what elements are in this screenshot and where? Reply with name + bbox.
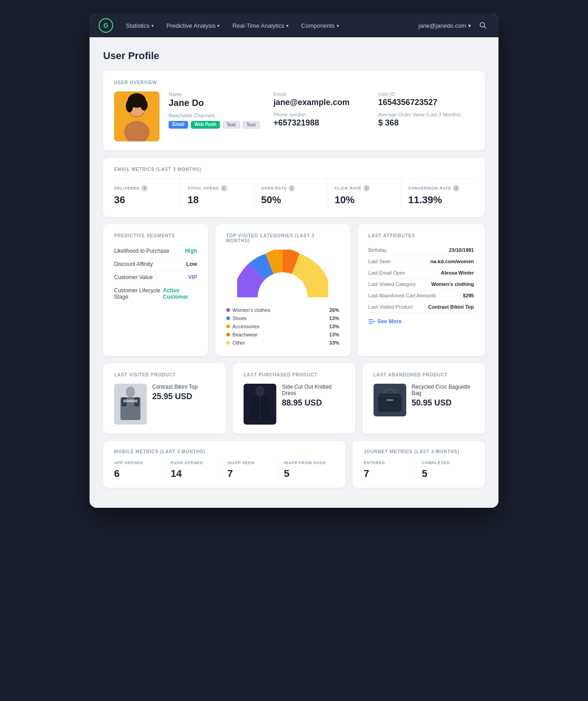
mobile-metric-inapp-seen: INAPP SEEN 7 [227,461,279,480]
app-window: G Statistics ▾ Predictive Analysis ▾ Rea… [90,14,498,508]
product-image-purchased [244,384,276,425]
aov-label: Average Order Value (Last 3 Months) [378,112,474,117]
chevron-down-icon: ▾ [151,23,154,28]
attr-row-2: Last Seen na-kd.com/women [369,256,474,267]
legend-row-1: Women's clothes 26% [226,306,339,314]
donut-chart [226,250,339,300]
abandoned-product-price: 50.95 USD [412,398,474,408]
main-content: User Profile USER OVERVIEW [90,37,498,508]
user-info-cols: Name Jane Do Reachable Channels Email We… [169,91,474,132]
metric-conversion-rate-label: CONVERSION RATE i [408,185,467,191]
journey-metrics-row: ENTERED 7 COMPLETED 5 [364,461,474,480]
svg-point-7 [140,100,148,110]
legend-row-3: Accessories 13% [226,322,339,330]
nav-statistics[interactable]: Statistics ▾ [120,20,159,32]
email-label: Email [274,91,369,97]
user-info-col-2: Email jane@example.com Phone number +657… [274,91,369,132]
tag-webpush: Web Push [191,121,220,129]
attr-row-6: Last Visited Product Contrast Bikini Top [369,301,474,313]
metric-click-rate-value: 10% [334,194,393,206]
metric-total-opens: TOTAL OPENS i 18 [188,179,254,208]
mobile-metrics-card: MOBILE METRICS (LAST 3 MONTHS) APP OPENE… [103,441,345,488]
journey-metric-entered: ENTERED 7 [364,461,416,480]
chevron-down-icon: ▾ [337,23,339,28]
product-image-visited [114,384,147,425]
attr-row-4: Last Visited Category Women's clothing [369,279,474,290]
legend-row-4: Beachwear 13% [226,330,339,339]
user-overview-grid: Name Jane Do Reachable Channels Email We… [114,91,474,141]
purchased-product-price: 88.95 USD [282,398,344,408]
push-opened-value: 14 [171,468,216,480]
metric-delivered-value: 36 [114,194,173,206]
tag-text-1: Text [223,121,240,129]
user-id-label: User ID [378,91,474,97]
info-icon[interactable]: i [289,185,295,191]
mobile-metrics-row: APP OPENED 6 PUSH OPENED 14 INAPP SEEN [114,461,334,480]
metric-click-rate: CLICK RATE i 10% [334,179,401,208]
tag-text-2: Text [243,121,260,129]
metric-click-rate-label: CLICK RATE i [334,185,393,191]
svg-point-16 [126,386,135,397]
last-purchased-label: LAST PURCHASED PRODUCT [244,372,344,377]
segment-row-2: Discount Affinity Low [114,258,197,271]
tag-email: Email [169,121,188,129]
user-name: Jane Do [169,98,264,108]
mobile-metric-push-opened: PUSH OPENED 14 [171,461,222,480]
info-icon[interactable]: i [141,185,148,191]
info-icon[interactable]: i [221,185,227,191]
segment-row-4: Customer Lifecycle Stage Active Customer [114,284,197,303]
user-info-col-3: User ID 1654356723527 Average Order Valu… [378,91,474,132]
svg-point-22 [255,386,264,396]
user-overview-label: USER OVERVIEW [114,80,474,85]
mobile-metric-app-opened: APP OPENED 6 [114,461,165,480]
metric-open-rate-value: 50% [261,194,320,206]
avatar [114,91,159,141]
channel-tags: Email Web Push Text Text [169,121,264,129]
inapp-from-push-label: INAPP FROM PUSH [284,461,329,465]
info-icon[interactable]: i [453,185,459,191]
user-overview-card: USER OVERVIEW [103,71,485,150]
metric-conversion-rate-value: 11.39% [408,194,467,206]
phone-label: Phone number [274,112,369,117]
push-opened-label: PUSH OPENED [171,461,216,465]
app-opened-label: APP OPENED [114,461,159,465]
product-cards-row: LAST VISITED PRODUCT [103,363,485,434]
nav-realtime[interactable]: Real-Time Analytics ▾ [227,20,294,32]
journey-metrics-card: JOURNEY METRICS (LAST 3 MONTHS) ENTERED … [353,441,485,488]
metric-open-rate-label: OPEN RATE i [261,185,320,191]
chevron-down-icon: ▾ [217,23,219,28]
purchased-product-name: Side Cut Out Knitted Dress [282,384,344,396]
user-id: 1654356723527 [378,98,474,107]
last-visited-product-card: LAST VISITED PRODUCT [103,363,225,434]
user-info-col-1: Name Jane Do Reachable Channels Email We… [169,91,264,132]
mobile-metrics-label: MOBILE METRICS (LAST 3 MONTHS) [114,449,334,454]
metric-total-opens-value: 18 [188,194,246,206]
info-icon[interactable]: i [364,185,370,191]
user-email: jane@example.com [274,98,369,107]
nav-components[interactable]: Components ▾ [296,20,344,32]
entered-value: 7 [364,468,410,480]
product-image-abandoned [374,384,406,416]
predictive-segments-card: PREDICTIVE SEGMENTS Likelihood to Purcha… [103,224,208,356]
mobile-metric-inapp-push: INAPP FROM PUSH 5 [284,461,335,480]
navbar-right: jane@janedo.com ▾ [419,19,489,32]
attr-row-5: Last Abandoned Cart Amounts $295 [369,290,474,301]
visited-product-price: 25.95 USD [152,392,198,401]
legend-row-5: Other 33% [226,339,339,347]
see-more-button[interactable]: See More [369,318,474,325]
svg-rect-20 [123,400,138,402]
attr-row-1: Birthday 23/10/1991 [369,245,474,256]
segment-row-1: Likelihood to Purchase High [114,245,197,258]
last-attributes-card: LAST ATTRIBUTES Birthday 23/10/1991 Last… [358,224,485,356]
email-metrics-label: EMAIL METRICS (LAST 3 MONTHS) [114,167,474,172]
page-title: User Profile [103,50,485,62]
user-email-menu[interactable]: jane@janedo.com ▾ [419,22,471,29]
last-attributes-label: LAST ATTRIBUTES [369,233,474,238]
metrics-row: DELIVERED i 36 TOTAL OPENS i 18 OPEN RAT… [114,178,474,208]
navbar: G Statistics ▾ Predictive Analysis ▾ Rea… [90,14,498,37]
logo[interactable]: G [99,18,113,33]
metric-conversion-rate: CONVERSION RATE i 11.39% [408,179,474,208]
nav-predictive[interactable]: Predictive Analysis ▾ [161,20,225,32]
search-button[interactable] [477,19,489,32]
top-categories-label: TOP VISITED CATEGORIES (LAST 3 MONTHS) [226,233,339,243]
